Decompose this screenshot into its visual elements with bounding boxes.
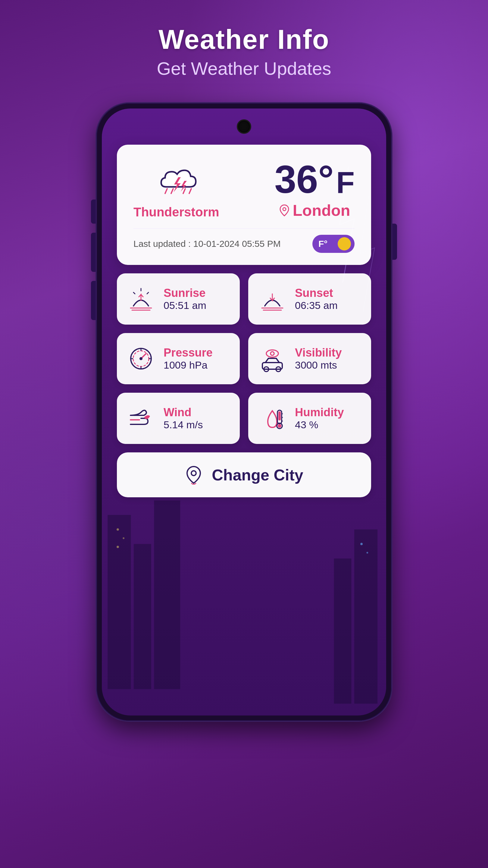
sunrise-value: 05:51 am (164, 300, 206, 311)
visibility-card: Visibility 3000 mts (248, 333, 371, 384)
svg-point-9 (366, 552, 368, 554)
svg-point-33 (270, 352, 274, 355)
location-pin-icon (279, 204, 290, 216)
pressure-icon (127, 345, 155, 372)
visibility-value: 3000 mts (295, 359, 342, 371)
svg-rect-3 (354, 530, 378, 704)
svg-line-12 (183, 189, 185, 193)
svg-rect-1 (134, 544, 151, 689)
app-title: Weather Info (157, 24, 331, 55)
humidity-icon (259, 405, 286, 432)
change-city-button[interactable]: Change City (117, 453, 371, 497)
svg-point-6 (123, 537, 124, 539)
temperature-unit: F (336, 165, 355, 200)
svg-line-21 (147, 292, 149, 294)
unit-toggle[interactable]: F° (313, 235, 355, 253)
svg-point-5 (117, 528, 119, 531)
weather-card-bottom: Last updated : 10-01-2024 05:55 PM F° (133, 228, 355, 253)
pressure-value: 1009 hPa (164, 359, 213, 371)
svg-line-13 (189, 189, 191, 193)
svg-point-44 (191, 471, 196, 475)
weather-right: 36° F London (274, 160, 355, 219)
weather-card-top: Thunderstorm 36° F (133, 160, 355, 219)
weather-condition: Thunderstorm (133, 205, 219, 219)
svg-rect-0 (107, 515, 131, 689)
sunset-label: Sunset (295, 287, 338, 300)
pressure-info-text: Pressure 1009 hPa (164, 346, 213, 371)
svg-point-32 (266, 350, 278, 357)
visibility-label: Visibility (295, 346, 342, 359)
svg-line-20 (133, 292, 135, 294)
svg-line-10 (165, 189, 167, 193)
phone-wrapper: Thunderstorm 36° F (96, 103, 392, 721)
svg-rect-4 (334, 558, 352, 704)
svg-point-8 (360, 543, 363, 545)
sunset-card: Sunset 06:35 am (248, 273, 371, 324)
app-subtitle: Get Weather Updates (157, 58, 331, 79)
svg-point-40 (278, 424, 281, 428)
sunset-icon (259, 285, 286, 313)
wind-card: Wind 5.14 m/s (117, 393, 240, 444)
sunrise-icon (127, 285, 155, 313)
temperature-value: 36° (274, 160, 334, 199)
unit-toggle-label: F° (318, 239, 327, 249)
thunderstorm-icon (151, 160, 202, 202)
visibility-info-text: Visibility 3000 mts (295, 346, 342, 371)
wind-icon (127, 405, 155, 432)
weather-left: Thunderstorm (133, 160, 219, 219)
humidity-value: 43 % (295, 419, 344, 431)
pressure-label: Pressure (164, 346, 213, 359)
humidity-info-text: Humidity 43 % (295, 406, 344, 431)
info-grid: Sunrise 05:51 am (117, 273, 371, 444)
camera-notch (238, 121, 250, 133)
svg-rect-2 (154, 500, 180, 689)
phone-content: Thunderstorm 36° F (102, 108, 386, 513)
svg-rect-34 (262, 363, 282, 369)
wind-info-text: Wind 5.14 m/s (164, 406, 203, 431)
svg-point-16 (283, 208, 286, 211)
sunset-value: 06:35 am (295, 300, 338, 311)
city-name: London (293, 201, 350, 219)
svg-line-11 (171, 189, 173, 193)
weather-card: Thunderstorm 36° F (117, 145, 371, 265)
phone-btn-right (392, 224, 397, 260)
sunrise-label: Sunrise (164, 287, 206, 300)
svg-rect-38 (278, 411, 281, 421)
header-section: Weather Info Get Weather Updates (157, 0, 331, 79)
phone-btn-left-2 (91, 233, 96, 272)
svg-point-27 (139, 357, 142, 360)
humidity-card: Humidity 43 % (248, 393, 371, 444)
wind-value: 5.14 m/s (164, 419, 203, 431)
sunrise-card: Sunrise 05:51 am (117, 273, 240, 324)
visibility-icon (259, 345, 286, 372)
phone-outer: Thunderstorm 36° F (96, 103, 392, 721)
change-city-pin-icon (185, 465, 203, 485)
city-row: London (279, 201, 350, 219)
phone-btn-left-3 (91, 281, 96, 320)
last-updated-text: Last updated : 10-01-2024 05:55 PM (133, 239, 281, 249)
humidity-label: Humidity (295, 406, 344, 419)
pressure-card: Pressure 1009 hPa (117, 333, 240, 384)
sunset-info-text: Sunset 06:35 am (295, 287, 338, 311)
sunrise-info-text: Sunrise 05:51 am (164, 287, 206, 311)
toggle-circle (338, 237, 351, 250)
change-city-label: Change City (212, 466, 303, 484)
svg-point-7 (117, 546, 119, 548)
phone-screen: Thunderstorm 36° F (102, 108, 386, 715)
wind-label: Wind (164, 406, 203, 419)
phone-btn-left-1 (91, 199, 96, 224)
